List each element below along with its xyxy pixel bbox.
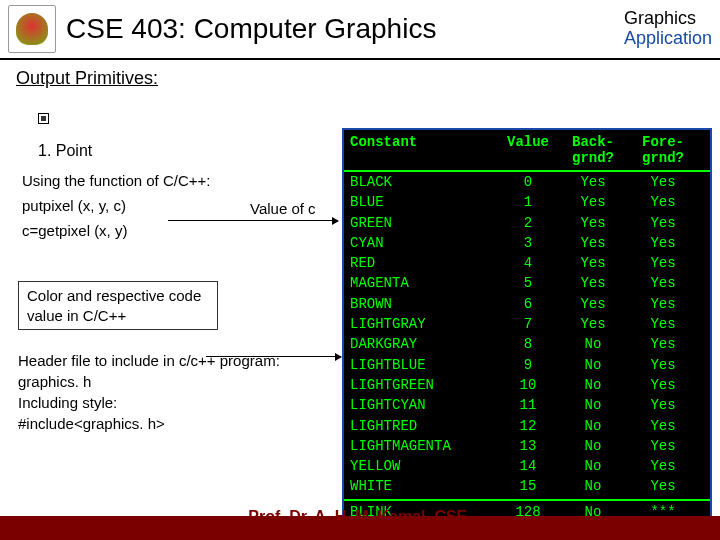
table-header: Constant Value Back- grnd? Fore- grnd?: [344, 130, 710, 172]
value-of-c-label: Value of c: [250, 200, 316, 217]
table-row: LIGHTMAGENTA13NoYes: [344, 436, 710, 456]
page-title: CSE 403: Computer Graphics: [66, 13, 624, 45]
color-note-box: Color and respective code value in C/C++: [18, 281, 218, 330]
arrow-to-table-icon: [168, 220, 338, 221]
header-bar: CSE 403: Computer Graphics Graphics Appl…: [0, 0, 720, 60]
content-area: Output Primitives: 1. Point Using the fu…: [0, 60, 720, 490]
table-row: LIGHTGREEN10NoYes: [344, 375, 710, 395]
footer-author: Prof. Dr. A. H. M. Kamal, CSE,: [248, 508, 471, 526]
table-row: RED4YesYes: [344, 253, 710, 273]
footer: Prof. Dr. A. H. M. Kamal, CSE,: [0, 494, 720, 540]
table-row: CYAN3YesYes: [344, 233, 710, 253]
table-row: DARKGRAY8NoYes: [344, 334, 710, 354]
table-row: BLACK0YesYes: [344, 172, 710, 192]
bullet-row: [38, 113, 708, 124]
table-body: BLACK0YesYesBLUE1YesYesGREEN2YesYesCYAN3…: [344, 172, 710, 497]
table-row: MAGENTA5YesYes: [344, 273, 710, 293]
note-arrow-icon: [206, 356, 341, 357]
table-row: LIGHTGRAY7YesYes: [344, 314, 710, 334]
table-row: LIGHTBLUE9NoYes: [344, 355, 710, 375]
table-row: YELLOW14NoYes: [344, 456, 710, 476]
table-row: BROWN6YesYes: [344, 294, 710, 314]
corner-label: Graphics Application: [624, 9, 712, 49]
table-row: GREEN2YesYes: [344, 213, 710, 233]
section-heading: Output Primitives:: [16, 68, 708, 89]
color-constants-table: Constant Value Back- grnd? Fore- grnd? B…: [342, 128, 712, 524]
table-row: BLUE1YesYes: [344, 192, 710, 212]
table-row: LIGHTCYAN11NoYes: [344, 395, 710, 415]
logo: [8, 5, 56, 53]
square-bullet-icon: [38, 113, 49, 124]
table-row: LIGHTRED12NoYes: [344, 416, 710, 436]
